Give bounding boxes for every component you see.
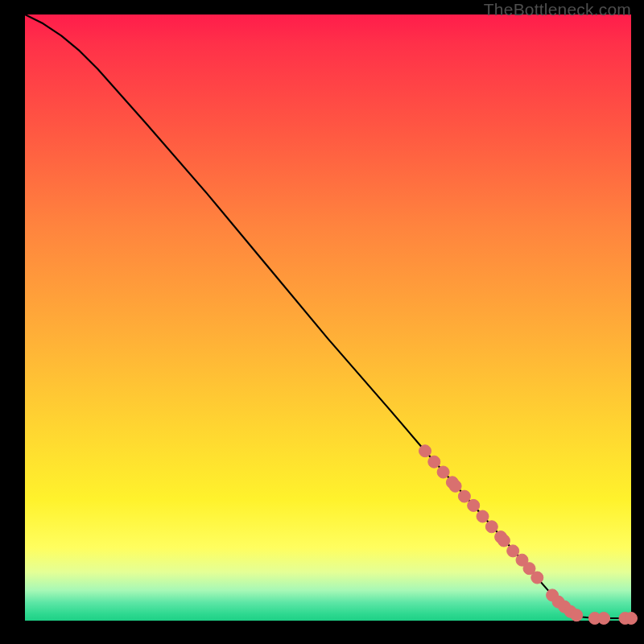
data-dot bbox=[625, 613, 638, 625]
data-dot bbox=[531, 572, 543, 584]
data-dot bbox=[598, 613, 610, 625]
data-dot bbox=[437, 466, 449, 478]
plot-area bbox=[25, 14, 631, 621]
data-dot bbox=[419, 445, 431, 457]
data-dot bbox=[507, 545, 519, 557]
data-dot bbox=[428, 456, 440, 468]
data-dot bbox=[449, 480, 461, 492]
data-dot bbox=[571, 609, 583, 621]
data-dots bbox=[419, 445, 638, 625]
chart-overlay bbox=[25, 14, 631, 621]
data-dot bbox=[468, 499, 480, 511]
data-dot bbox=[485, 521, 497, 533]
main-curve bbox=[25, 14, 631, 618]
chart-frame: TheBottleneck.com bbox=[0, 0, 644, 644]
data-dot bbox=[458, 490, 470, 502]
data-dot bbox=[477, 510, 489, 522]
data-dot bbox=[497, 535, 510, 547]
watermark-text: TheBottleneck.com bbox=[484, 0, 631, 19]
